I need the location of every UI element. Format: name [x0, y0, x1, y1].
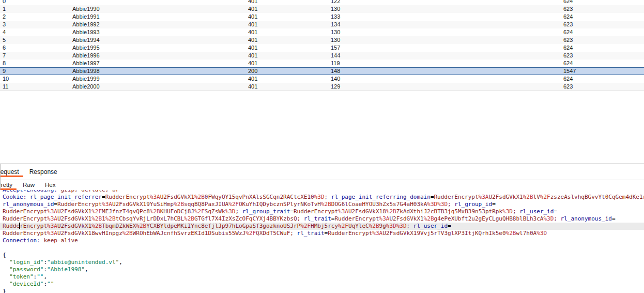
cell-length: 624 — [563, 44, 573, 52]
editor-line: { — [3, 252, 644, 259]
cell-time: 140 — [331, 75, 340, 83]
cell-request: 6 — [3, 44, 6, 52]
tab-pretty[interactable]: Pretty — [0, 180, 18, 190]
cell-time: 130 — [331, 36, 340, 44]
cell-payload: Abbie1999 — [72, 75, 100, 83]
cell-time: 130 — [331, 28, 340, 36]
cell-payload: Abbie1998 — [72, 67, 100, 75]
cell-request: 10 — [3, 75, 9, 83]
cell-length: 1547 — [563, 67, 576, 75]
view-tabs: PrettyRawHex — [0, 180, 644, 190]
editor-line: RudderEncrypt%3AU2FsdGVkX18wvHInpgz%2BWR… — [3, 230, 644, 237]
editor-line: } — [3, 288, 644, 293]
cell-status: 401 — [248, 44, 257, 52]
editor-line: Connection: keep-alive — [3, 237, 644, 244]
cell-request: 9 — [3, 67, 6, 75]
editor-line: RudderEncrypt%3AU2FsdGVkX1%2FMEJfnzT4gvQ… — [3, 208, 644, 215]
cell-length: 623 — [563, 36, 573, 44]
cell-time: 144 — [331, 52, 340, 60]
cell-length: 624 — [563, 0, 573, 5]
cell-length: 623 — [563, 52, 573, 60]
table-row[interactable]: 0401122624 — [0, 0, 644, 5]
cell-status: 401 — [248, 13, 257, 21]
cell-payload: Abbie1995 — [72, 44, 100, 52]
cell-time: 134 — [331, 21, 340, 28]
table-row[interactable]: 10Abbie1999401140624 — [0, 75, 644, 83]
cell-payload: Abbie1991 — [72, 13, 100, 21]
cell-length: 624 — [563, 60, 573, 67]
cell-payload: Abbie1996 — [72, 52, 100, 60]
table-row[interactable]: 3Abbie1992401134623 — [0, 21, 644, 28]
cell-status: 401 — [248, 0, 257, 5]
editor-line — [3, 244, 644, 252]
cell-payload: Abbie2000 — [72, 83, 100, 91]
editor-line: "token":"", — [3, 273, 644, 281]
cell-request: 7 — [3, 52, 6, 60]
cell-request: 11 — [3, 83, 8, 91]
results-table-body: 04011226241Abbie19904011306232Abbie19914… — [0, 0, 644, 91]
cell-payload: Abbie1992 — [72, 21, 100, 28]
cell-status: 200 — [248, 67, 257, 75]
tab-response[interactable]: Response — [24, 164, 63, 180]
cell-length: 624 — [563, 75, 573, 83]
table-row[interactable]: 2Abbie1991401133624 — [0, 13, 644, 21]
editor-line: "deviceId":"" — [3, 281, 644, 288]
cell-request: 2 — [3, 13, 6, 21]
cell-status: 401 — [248, 60, 257, 67]
editor-line: "password":"Abbie1998", — [3, 266, 644, 273]
editor-line: Cookie: rl_page_init_referrer=RudderEncr… — [3, 194, 644, 201]
cell-request: 5 — [3, 36, 6, 44]
editor-line: Accept-Encoding: gzip, deflate, br — [3, 190, 644, 194]
cell-length: 624 — [563, 28, 573, 36]
cell-time: 157 — [331, 44, 340, 52]
cell-status: 401 — [248, 52, 257, 60]
cell-request: 1 — [3, 5, 6, 13]
cell-time: 122 — [331, 0, 340, 5]
cell-payload: Abbie1997 — [72, 60, 100, 67]
cell-time: 129 — [331, 83, 340, 91]
cell-length: 624 — [563, 13, 573, 21]
cell-time: 130 — [331, 5, 340, 13]
table-row[interactable]: 6Abbie1995401157624 — [0, 44, 644, 52]
cell-status: 401 — [248, 28, 257, 36]
cell-length: 623 — [563, 83, 573, 91]
cell-request: 8 — [3, 60, 6, 67]
request-response-panel: RequestResponse PrettyRawHex Accept-Enco… — [0, 164, 644, 293]
cell-payload: Abbie1990 — [72, 5, 100, 13]
tab-request[interactable]: Request — [0, 164, 24, 180]
editor-line: RudderEncrypt%3AU2FsdGVkX1%2B1%2BtCbsqYv… — [3, 215, 644, 223]
cell-status: 401 — [248, 75, 257, 83]
table-row[interactable]: 5Abbie1994401130623 — [0, 36, 644, 44]
cell-request: 3 — [3, 21, 6, 28]
cell-length: 623 — [563, 21, 573, 28]
tab-raw[interactable]: Raw — [18, 180, 40, 190]
table-row[interactable]: 9Abbie19982001481547 — [0, 67, 644, 75]
cell-time: 148 — [331, 67, 340, 75]
cell-length: 623 — [563, 5, 573, 13]
cell-payload: Abbie1993 — [72, 28, 100, 36]
editor-line: rl_anonymous_id=RudderEncrypt%3AU2FsdGVk… — [3, 201, 644, 208]
cell-status: 401 — [248, 83, 257, 91]
view-tabs-strip: PrettyRawHex — [0, 180, 61, 190]
intruder-results-table: 04011226241Abbie19904011306232Abbie19914… — [0, 0, 644, 91]
cell-request: 0 — [3, 0, 6, 5]
cell-payload: Abbie1994 — [72, 36, 100, 44]
table-row[interactable]: 11Abbie2000401129623 — [0, 83, 644, 91]
editor-line: "login_id":"abbie@unintended.vl", — [3, 259, 644, 266]
message-tabs: RequestResponse — [0, 164, 644, 180]
table-row[interactable]: 7Abbie1996401144623 — [0, 52, 644, 60]
cell-status: 401 — [248, 36, 257, 44]
cell-status: 401 — [248, 21, 257, 28]
cell-status: 401 — [248, 5, 257, 13]
request-editor[interactable]: Accept-Encoding: gzip, deflate, brCookie… — [0, 190, 644, 293]
table-row[interactable]: 4Abbie1993401130624 — [0, 28, 644, 36]
table-row[interactable]: 1Abbie1990401130623 — [0, 5, 644, 13]
cell-request: 4 — [3, 28, 6, 36]
message-tabs-strip: RequestResponse — [0, 164, 63, 180]
tab-hex[interactable]: Hex — [40, 180, 60, 190]
table-row[interactable]: 8Abbie1997401119624 — [0, 60, 644, 67]
cell-time: 119 — [331, 60, 340, 67]
editor-line-current: RudderEncrypt%3AU2FsdGVkX1%2BTbqmDZkWEX%… — [0, 223, 644, 230]
cell-time: 133 — [331, 13, 340, 21]
